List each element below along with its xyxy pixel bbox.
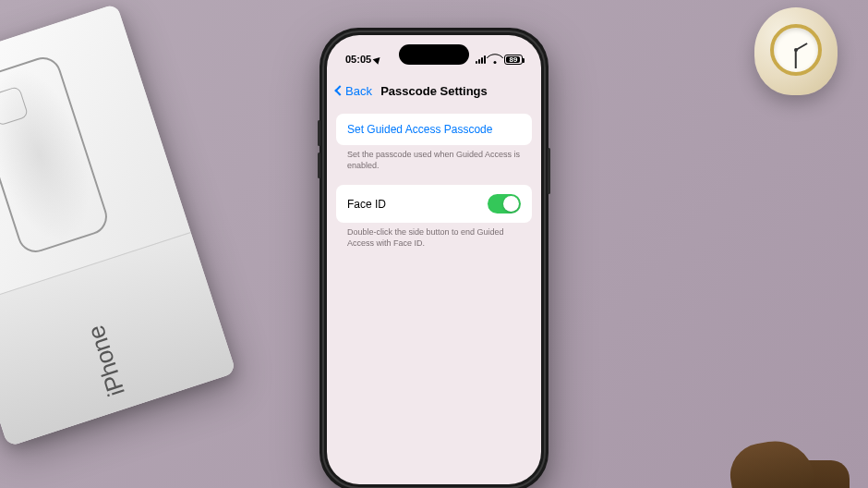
face-id-label: Face ID <box>347 198 386 211</box>
iphone-retail-box: iPhone <box>0 0 259 464</box>
set-passcode-label: Set Guided Access Passcode <box>347 123 492 136</box>
signal-icon <box>476 55 486 64</box>
battery-icon: 89 <box>504 55 523 65</box>
page-title: Passcode Settings <box>380 84 488 98</box>
iphone-device: 05:05 89 Back Passcode Settings <box>319 28 549 488</box>
back-label: Back <box>345 84 372 98</box>
face-id-toggle[interactable] <box>488 194 521 214</box>
user-hand <box>683 414 850 488</box>
back-button[interactable]: Back <box>336 84 372 98</box>
wifi-icon <box>489 55 500 64</box>
location-icon <box>373 55 383 65</box>
box-brand-text: iPhone <box>81 323 131 400</box>
settings-content: Set Guided Access Passcode Set the passc… <box>327 114 541 484</box>
status-time: 05:05 <box>345 54 371 65</box>
desk-clock <box>754 7 842 104</box>
phone-screen: 05:05 89 Back Passcode Settings <box>327 35 541 484</box>
face-id-row: Face ID <box>336 185 532 223</box>
nav-header: Back Passcode Settings <box>327 74 541 107</box>
chevron-left-icon <box>334 85 344 95</box>
set-guided-access-passcode-row[interactable]: Set Guided Access Passcode <box>336 114 532 145</box>
set-passcode-footer: Set the passcode used when Guided Access… <box>336 145 532 185</box>
face-id-footer: Double-click the side button to end Guid… <box>336 223 532 262</box>
dynamic-island <box>399 44 469 65</box>
